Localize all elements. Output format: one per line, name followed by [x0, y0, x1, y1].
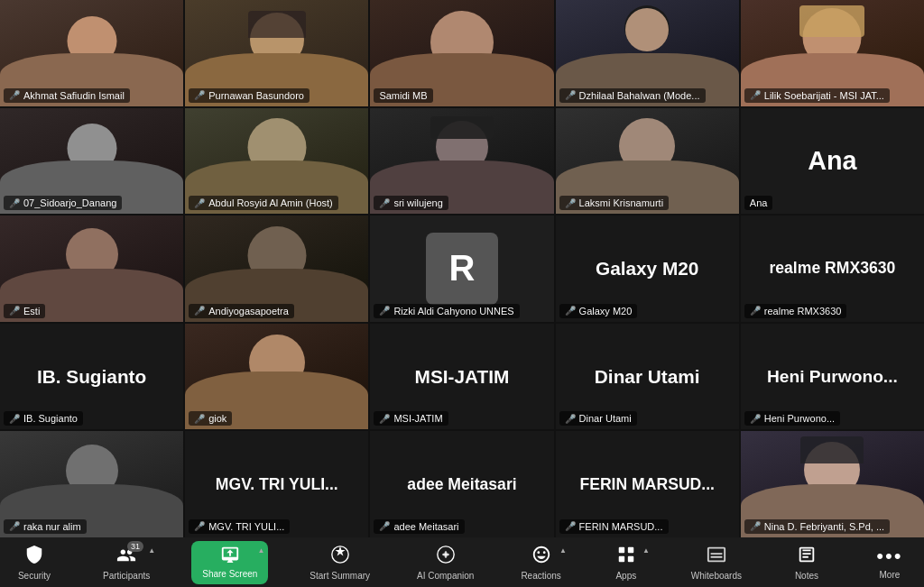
participant-cell[interactable]: adee Meitasari 🎤 adee Meitasari	[370, 431, 553, 537]
participant-cell[interactable]: 🎤 Dzhilaal Bahalwan (Mode...	[556, 0, 739, 106]
start-summary-label: Start Summary	[310, 571, 370, 581]
participant-name-display: adee Meitasari	[407, 475, 516, 494]
participant-name: 🎤 07_Sidoarjo_Danang	[4, 196, 122, 210]
reactions-label: Reactions	[521, 571, 560, 581]
ai-companion-button[interactable]: AI Companion	[408, 541, 483, 584]
participant-name: 🎤 Andiyogasapoetra	[189, 304, 294, 318]
share-screen-button[interactable]: Share Screen ▲	[191, 541, 268, 584]
participant-name-display: Ana	[808, 146, 856, 176]
participant-cell[interactable]: Dinar Utami 🎤 Dinar Utami	[556, 324, 739, 430]
participant-name: 🎤 sri wilujeng	[374, 196, 448, 210]
more-button[interactable]: ••• More	[863, 541, 917, 583]
participant-name: 🎤 Dzhilaal Bahalwan (Mode...	[559, 88, 706, 103]
participant-name: 🎤 Purnawan Basundoro	[189, 88, 310, 103]
participant-name: 🎤 adee Meitasari	[374, 519, 464, 534]
participant-cell[interactable]: Samidi MB	[370, 0, 553, 106]
participant-letter: R	[449, 248, 476, 289]
reactions-icon	[531, 545, 551, 569]
participant-name: 🎤 Akhmat Safiudin Ismail	[4, 88, 130, 103]
participant-name: 🎤 realme RMX3630	[744, 304, 847, 318]
reactions-button[interactable]: Reactions ▲	[512, 541, 569, 584]
participant-cell[interactable]: FERIN MARSUD... 🎤 FERIN MARSUD...	[556, 431, 739, 537]
participant-cell[interactable]: IB. Sugianto 🎤 IB. Sugianto	[0, 324, 183, 430]
participants-caret: ▲	[148, 546, 155, 555]
participant-name: 🎤 Esti	[4, 304, 45, 318]
participant-cell[interactable]: 🎤 Nina D. Febriyanti, S.Pd, ...	[741, 431, 924, 537]
security-button[interactable]: Security	[7, 541, 61, 584]
participant-cell[interactable]: 🎤 Akhmat Safiudin Ismail	[0, 0, 183, 106]
notes-label: Notes	[795, 571, 818, 581]
participant-cell[interactable]: 🎤 Esti	[0, 216, 183, 322]
toolbar: Security 31 Participants ▲	[0, 537, 924, 587]
participant-cell[interactable]: Ana Ana	[741, 108, 924, 215]
participant-name: Samidi MB	[374, 88, 432, 103]
svg-rect-4	[619, 555, 624, 561]
whiteboards-label: Whiteboards	[691, 571, 742, 581]
participant-name-display: MGV. TRI YULI...	[211, 471, 343, 499]
start-summary-button[interactable]: Start Summary	[300, 541, 379, 584]
participants-label: Participants	[103, 571, 150, 581]
participant-name: 🎤 MSI-JATIM	[374, 411, 448, 426]
participant-cell-host[interactable]: 🎤 Abdul Rosyid Al Amin (Host)	[185, 108, 368, 215]
participant-cell[interactable]: 🎤 raka nur alim	[0, 431, 183, 537]
participant-name-display: FERIN MARSUD...	[575, 471, 719, 499]
svg-rect-5	[628, 555, 633, 561]
apps-label: Apps	[615, 571, 636, 581]
participant-cell[interactable]: realme RMX3630 🎤 realme RMX3630	[741, 216, 924, 322]
ai-companion-label: AI Companion	[417, 571, 474, 581]
participant-cell[interactable]: MSI-JATIM 🎤 MSI-JATIM	[370, 324, 553, 430]
participant-name: 🎤 Laksmi Krisnamurti	[559, 196, 670, 210]
participant-name-display: Dinar Utami	[595, 366, 700, 388]
participant-cell[interactable]: 🎤 Andiyogasapoetra	[185, 216, 368, 322]
participant-name-display: MSI-JATIM	[415, 366, 510, 388]
participant-name: 🎤 Heni Purwono...	[744, 411, 840, 426]
participant-cell[interactable]: 🎤 giok	[185, 324, 368, 430]
participant-name: 🎤 MGV. TRI YULI...	[189, 519, 290, 534]
participant-name: 🎤 Abdul Rosyid Al Amin (Host)	[189, 196, 338, 210]
more-icon: •••	[876, 545, 903, 568]
reactions-caret: ▲	[559, 546, 567, 555]
share-screen-icon	[220, 546, 240, 567]
video-grid: 🎤 Akhmat Safiudin Ismail 🎤 Purnawan Basu…	[0, 0, 924, 537]
participant-name: 🎤 Lilik Soebarijati - MSI JAT...	[744, 88, 890, 103]
participant-cell[interactable]: R 🎤 Rizki Aldi Cahyono UNNES	[370, 216, 553, 322]
share-screen-label: Share Screen	[202, 569, 257, 579]
apps-icon	[616, 545, 636, 569]
participant-cell[interactable]: 🎤 07_Sidoarjo_Danang	[0, 108, 183, 215]
participant-cell[interactable]: 🎤 Purnawan Basundoro	[185, 0, 368, 106]
notes-button[interactable]: Notes	[780, 541, 834, 584]
participants-count: 31	[127, 541, 143, 552]
security-icon	[24, 545, 44, 569]
participants-button[interactable]: 31 Participants ▲	[94, 541, 159, 584]
participant-name-display: Heni Purwono...	[762, 362, 902, 391]
participant-name: 🎤 raka nur alim	[4, 519, 87, 534]
participant-cell[interactable]: Heni Purwono... 🎤 Heni Purwono...	[741, 324, 924, 430]
participant-cell[interactable]: 🎤 Laksmi Krisnamurti	[556, 108, 739, 215]
whiteboards-button[interactable]: Whiteboards	[682, 541, 751, 584]
apps-button[interactable]: Apps ▲	[599, 541, 653, 584]
participant-cell[interactable]: MGV. TRI YULI... 🎤 MGV. TRI YULI...	[185, 431, 368, 537]
participant-cell[interactable]: 🎤 Lilik Soebarijati - MSI JAT...	[741, 0, 924, 106]
more-label: More	[880, 570, 901, 580]
participant-name: 🎤 Dinar Utami	[559, 411, 637, 426]
svg-point-1	[443, 552, 448, 557]
participant-name-display: realme RMX3630	[764, 254, 900, 282]
participant-name: Ana	[744, 196, 773, 210]
participant-name-display: Galaxy M20	[596, 258, 698, 280]
share-screen-caret: ▲	[257, 546, 264, 555]
whiteboards-icon	[707, 545, 726, 569]
start-summary-icon	[330, 545, 350, 569]
participant-name: 🎤 Nina D. Febriyanti, S.Pd, ...	[744, 519, 890, 534]
participant-name: 🎤 FERIN MARSUD...	[559, 519, 669, 534]
participant-name: 🎤 Rizki Aldi Cahyono UNNES	[374, 304, 519, 318]
participant-cell[interactable]: 🎤 sri wilujeng	[370, 108, 553, 215]
app-container: 🎤 Akhmat Safiudin Ismail 🎤 Purnawan Basu…	[0, 0, 924, 587]
notes-icon	[797, 545, 817, 569]
participant-name: 🎤 IB. Sugianto	[4, 411, 83, 426]
ai-companion-icon	[436, 545, 456, 569]
participant-name: 🎤 Galaxy M20	[559, 304, 638, 318]
participant-cell[interactable]: Galaxy M20 🎤 Galaxy M20	[556, 216, 739, 322]
participant-name: 🎤 giok	[189, 411, 232, 426]
svg-rect-2	[619, 546, 624, 552]
apps-caret: ▲	[642, 546, 650, 555]
